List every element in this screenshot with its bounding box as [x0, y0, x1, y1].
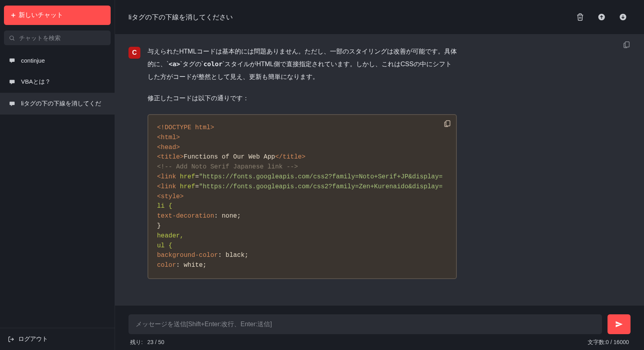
search-icon: [9, 35, 15, 41]
content: C 与えられたHTMLコードは基本的には問題ありません。ただし、一部のスタイリン…: [115, 34, 644, 306]
sidebar-item-label: continjue: [21, 57, 45, 64]
svg-rect-5: [10, 80, 15, 84]
arrow-down-circle-icon: [619, 13, 627, 21]
inline-code: color: [203, 60, 222, 68]
new-chat-label: 新しいチャット: [19, 11, 63, 19]
char-counter: 文字数:0 / 16000: [588, 339, 629, 346]
sidebar-item-label: VBAとは？: [21, 78, 51, 86]
sidebar-item-0[interactable]: continjue: [0, 50, 115, 71]
chat-icon: [9, 100, 15, 107]
code-content: <!DOCTYPE html> <html> <head> <title>Fun…: [148, 115, 456, 278]
sidebar: 新しいチャット continjue VBAとは？ liタグの下の下線を消してくだ…: [0, 0, 115, 350]
svg-rect-6: [10, 102, 15, 105]
upload-button[interactable]: [594, 10, 609, 25]
plus-icon: [10, 12, 16, 18]
main: liタグの下の下線を消してください C 与えられたHTMLコードは基本的には問題…: [115, 0, 644, 350]
message-paragraph-1: 与えられたHTMLコードは基本的には問題ありません。ただし、一部のスタイリングは…: [148, 45, 457, 83]
topbar: liタグの下の下線を消してください: [115, 0, 644, 34]
download-button[interactable]: [615, 10, 631, 25]
sidebar-item-1[interactable]: VBAとは？: [0, 71, 115, 93]
svg-line-3: [13, 39, 14, 40]
chat-icon: [9, 57, 15, 64]
copy-message-button[interactable]: [623, 40, 631, 50]
sidebar-item-label: liタグの下の下線を消してくだ: [21, 100, 101, 107]
send-button[interactable]: [608, 314, 631, 334]
trash-icon: [576, 13, 584, 21]
clipboard-icon: [443, 119, 451, 127]
assistant-message: C 与えられたHTMLコードは基本的には問題ありません。ただし、一部のスタイリン…: [128, 45, 631, 279]
logout-button[interactable]: ログアウト: [0, 328, 115, 350]
svg-point-2: [10, 36, 13, 39]
message-body: 与えられたHTMLコードは基本的には問題ありません。ただし、一部のスタイリングは…: [148, 45, 457, 279]
svg-rect-10: [625, 42, 629, 47]
code-block: <!DOCTYPE html> <html> <head> <title>Fun…: [148, 114, 457, 279]
logout-icon: [8, 336, 14, 342]
inline-code: <a>: [169, 60, 180, 68]
avatar-letter: C: [132, 49, 137, 56]
input-row: [128, 314, 631, 334]
delete-button[interactable]: [573, 10, 588, 25]
message-input[interactable]: [128, 314, 602, 334]
page-title: liタグの下の下線を消してください: [128, 13, 566, 22]
copy-code-button[interactable]: [443, 119, 451, 132]
search-input[interactable]: [19, 34, 106, 41]
svg-rect-4: [10, 59, 15, 62]
arrow-up-circle-icon: [598, 13, 606, 21]
message-paragraph-2: 修正したコードは以下の通りです：: [148, 92, 457, 105]
new-chat-button[interactable]: 新しいチャット: [4, 6, 111, 25]
bottom-bar: 残り: 23 / 50 文字数:0 / 16000: [115, 306, 644, 350]
remaining-counter: 残り: 23 / 50: [130, 339, 164, 346]
sidebar-item-2[interactable]: liタグの下の下線を消してくだ: [0, 93, 115, 115]
chat-icon: [9, 78, 15, 85]
clipboard-icon: [623, 40, 631, 48]
status-row: 残り: 23 / 50 文字数:0 / 16000: [128, 334, 631, 346]
search-wrap[interactable]: [4, 31, 111, 45]
svg-rect-11: [446, 120, 450, 126]
send-icon: [615, 320, 623, 328]
avatar: C: [128, 47, 140, 59]
logout-label: ログアウト: [18, 335, 48, 343]
chat-list: continjue VBAとは？ liタグの下の下線を消してくだ: [0, 50, 115, 328]
